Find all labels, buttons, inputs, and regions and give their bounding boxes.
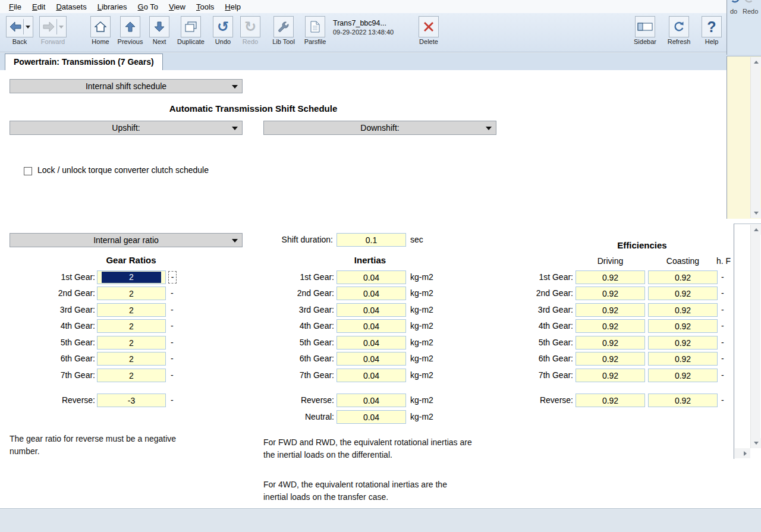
gear-ratio-mode-dropdown[interactable]: Internal gear ratio bbox=[10, 233, 243, 247]
inertia-input-5th[interactable]: 0.04 bbox=[337, 336, 406, 350]
redo-button[interactable]: ↻ Redo bbox=[238, 16, 263, 45]
efficiency-unit: - bbox=[721, 303, 724, 317]
gear-ratio-label: 5th Gear: bbox=[33, 336, 95, 350]
inertia-input-2nd[interactable]: 0.04 bbox=[337, 287, 406, 300]
menu-help[interactable]: Help bbox=[219, 1, 246, 12]
downshift-selected: Downshift: bbox=[360, 123, 399, 133]
menu-datasets[interactable]: Datasets bbox=[51, 1, 92, 12]
gear-ratio-unit: - bbox=[171, 303, 174, 317]
menu-goto[interactable]: Go To bbox=[133, 1, 163, 12]
inertia-neutral-label: Neutral: bbox=[266, 410, 334, 424]
scroll-up-button[interactable] bbox=[751, 225, 761, 235]
efficiency-coasting-input-6th[interactable]: 0.92 bbox=[648, 352, 718, 366]
efficiency-driving-input-1st[interactable]: 0.92 bbox=[576, 270, 645, 284]
efficiency-coasting-input-5th[interactable]: 0.92 bbox=[648, 336, 718, 350]
inertia-input-neutral[interactable]: 0.04 bbox=[337, 410, 406, 424]
upshift-selected: Upshift: bbox=[112, 123, 140, 133]
inertia-unit: kg-m2 bbox=[410, 303, 433, 317]
lock-torque-converter-label: Lock / unlock torque converter clutch sc… bbox=[37, 165, 209, 175]
efficiency-driving-input-7th[interactable]: 0.92 bbox=[576, 369, 645, 382]
vertical-scrollbar[interactable] bbox=[750, 57, 760, 218]
gear-ratio-input-6th[interactable]: 2 bbox=[97, 352, 166, 366]
efficiency-driving-input-3rd[interactable]: 0.92 bbox=[576, 303, 645, 317]
forward-arrow-icon bbox=[39, 16, 67, 37]
refresh-button[interactable]: Refresh bbox=[665, 16, 693, 45]
inertia-unit: kg-m2 bbox=[410, 319, 433, 333]
gear-ratio-input-4th[interactable]: 2 bbox=[97, 319, 166, 333]
efficiency-driving-input-2nd[interactable]: 0.92 bbox=[576, 287, 645, 300]
gear-ratio-unit: - bbox=[171, 287, 174, 300]
shift-duration-input[interactable]: 0.1 bbox=[337, 233, 406, 247]
efficiency-coasting-input-7th[interactable]: 0.92 bbox=[648, 369, 718, 382]
inertias-title: Inertias bbox=[306, 255, 434, 265]
inertia-input-6th[interactable]: 0.04 bbox=[337, 352, 406, 366]
menu-libraries[interactable]: Libraries bbox=[92, 1, 133, 12]
chevron-down-icon bbox=[232, 85, 238, 89]
undo-icon: ↺ bbox=[213, 16, 233, 37]
scroll-right-button[interactable] bbox=[740, 448, 750, 458]
gear-ratio-input-3rd[interactable]: 2 bbox=[97, 303, 166, 317]
gear-ratios-title: Gear Ratios bbox=[70, 255, 192, 265]
efficiency-coasting-input-1st[interactable]: 0.92 bbox=[648, 270, 718, 284]
gear-ratio-input-7th[interactable]: 2 bbox=[97, 369, 166, 382]
inertia-input-7th[interactable]: 0.04 bbox=[337, 369, 406, 382]
gear-ratio-reverse-label: Reverse: bbox=[33, 394, 95, 407]
menu-edit[interactable]: Edit bbox=[27, 1, 51, 12]
inertia-input-3rd[interactable]: 0.04 bbox=[337, 303, 406, 317]
current-file-info: Trans7_bbc94... 09-29-2022 13:48:40 bbox=[333, 19, 422, 36]
upshift-dropdown[interactable]: Upshift: bbox=[10, 121, 243, 135]
efficiency-driving-input-reverse[interactable]: 0.92 bbox=[576, 394, 645, 407]
efficiency-driving-input-4th[interactable]: 0.92 bbox=[576, 319, 645, 333]
gear-ratio-unit: - bbox=[171, 352, 174, 366]
lock-torque-converter-checkbox[interactable] bbox=[24, 167, 32, 175]
duplicate-button[interactable]: Duplicate bbox=[174, 16, 208, 45]
delete-button[interactable]: Delete bbox=[415, 16, 442, 45]
parsfile-button[interactable]: Parsfile bbox=[301, 16, 329, 45]
efficiency-coasting-input-4th[interactable]: 0.92 bbox=[648, 319, 718, 333]
inertia-reverse-label: Reverse: bbox=[266, 394, 334, 407]
efficiency-coasting-input-2nd[interactable]: 0.92 bbox=[648, 287, 718, 300]
efficiency-label: 1st Gear: bbox=[505, 270, 573, 284]
undo-button[interactable]: ↺ Undo bbox=[210, 16, 235, 45]
chevron-down-icon bbox=[232, 239, 238, 243]
forward-button[interactable]: Forward bbox=[37, 16, 69, 45]
gear-ratio-mode-selected: Internal gear ratio bbox=[93, 235, 159, 245]
tab-powertrain-transmission[interactable]: Powertrain: Transmission (7 Gears) bbox=[5, 53, 163, 70]
menu-file[interactable]: File bbox=[4, 1, 27, 12]
efficiency-coasting-input-3rd[interactable]: 0.92 bbox=[648, 303, 718, 317]
gear-ratio-input-1st[interactable]: 2 bbox=[97, 270, 166, 284]
efficiency-coasting-input-reverse[interactable]: 0.92 bbox=[648, 394, 718, 407]
efficiency-driving-input-5th[interactable]: 0.92 bbox=[576, 336, 645, 350]
menu-tools[interactable]: Tools bbox=[191, 1, 219, 12]
sidebar-button[interactable]: Sidebar bbox=[629, 16, 661, 45]
help-button[interactable]: ? Help bbox=[700, 16, 723, 45]
vertical-scrollbar[interactable] bbox=[750, 225, 760, 448]
horizontal-scrollbar[interactable] bbox=[735, 448, 750, 458]
back-dropdown-icon[interactable] bbox=[26, 26, 30, 29]
shift-duration-unit: sec bbox=[410, 233, 423, 247]
inertia-input-reverse[interactable]: 0.04 bbox=[337, 394, 406, 407]
efficiency-driving-input-6th[interactable]: 0.92 bbox=[576, 352, 645, 366]
duplicate-icon bbox=[181, 16, 201, 37]
back-button[interactable]: Back bbox=[4, 16, 36, 45]
background-window-panel-bottom bbox=[734, 223, 761, 459]
shift-schedule-dropdown[interactable]: Internal shift schedule bbox=[10, 79, 243, 93]
inertia-label: 4th Gear: bbox=[266, 319, 334, 333]
lib-tool-button[interactable]: Lib Tool bbox=[269, 16, 298, 45]
next-button[interactable]: Next bbox=[147, 16, 171, 45]
previous-button[interactable]: Previous bbox=[114, 16, 146, 45]
gear-ratio-input-reverse[interactable]: -3 bbox=[97, 394, 166, 407]
scroll-up-button[interactable] bbox=[751, 57, 761, 67]
gear-ratio-input-2nd[interactable]: 2 bbox=[97, 287, 166, 300]
efficiency-label: 5th Gear: bbox=[505, 336, 573, 350]
home-button[interactable]: Home bbox=[88, 16, 113, 45]
inertia-input-4th[interactable]: 0.04 bbox=[337, 319, 406, 333]
inertia-label: 3rd Gear: bbox=[266, 303, 334, 317]
downshift-dropdown[interactable]: Downshift: bbox=[263, 121, 496, 135]
inertia-label: 2nd Gear: bbox=[266, 287, 334, 300]
scroll-down-button[interactable] bbox=[751, 208, 761, 218]
menu-view[interactable]: View bbox=[163, 1, 191, 12]
inertia-input-1st[interactable]: 0.04 bbox=[337, 270, 406, 284]
gear-ratio-input-5th[interactable]: 2 bbox=[97, 336, 166, 350]
scroll-down-button[interactable] bbox=[751, 438, 761, 448]
